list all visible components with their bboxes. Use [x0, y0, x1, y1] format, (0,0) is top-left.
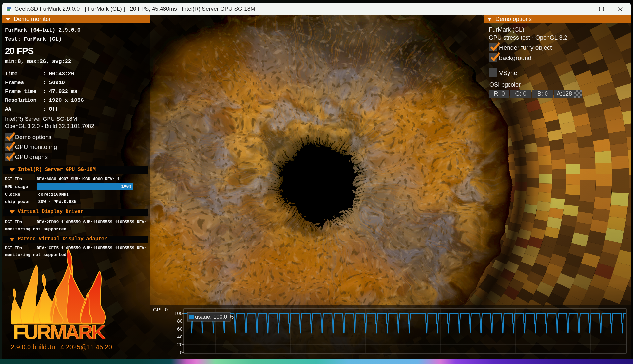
svg-text:20: 20: [177, 342, 182, 347]
svg-text:FURMARK: FURMARK: [13, 321, 106, 343]
svg-text:usage: 100.0 %: usage: 100.0 %: [195, 314, 234, 320]
svg-text:100: 100: [174, 310, 182, 316]
svg-text:60: 60: [177, 326, 182, 332]
svg-text:80: 80: [177, 318, 182, 324]
svg-text:40: 40: [177, 334, 182, 339]
